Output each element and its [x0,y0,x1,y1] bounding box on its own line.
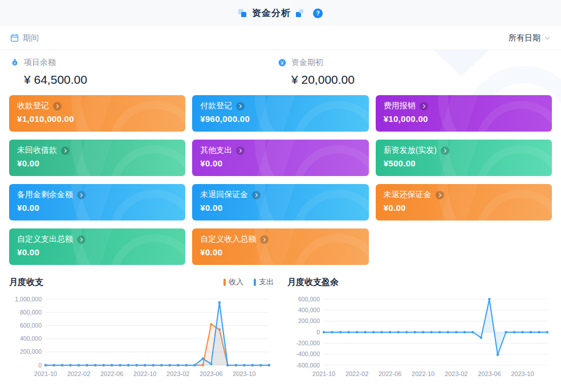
data-point [480,336,482,338]
svg-text:2022-10: 2022-10 [133,370,156,377]
data-point [364,331,366,333]
svg-text:0: 0 [316,329,320,336]
coin-icon [278,58,287,67]
fund-card[interactable]: 薪资发放(实发) ¥500.00 [376,140,552,176]
card-value: ¥500.00 [384,158,544,168]
fund-card[interactable]: 未退回保证金 ¥0.00 [192,184,368,220]
data-point [347,331,349,333]
data-point [243,364,245,366]
fund-card[interactable]: 自定义收入总额 ¥0.00 [192,228,368,265]
data-point [52,364,55,366]
chevron-right-icon [236,102,245,111]
data-point [538,331,540,333]
data-point [397,331,399,333]
data-point [160,364,162,366]
fund-cards-grid: 收款登记 ¥1,010,000.00 付款登记 ¥960,000.00 费用报销… [9,95,552,265]
fund-card[interactable]: 其他支出 ¥0.00 [192,140,368,176]
chevron-right-icon [420,102,428,111]
card-value: ¥0.00 [17,203,177,213]
svg-text:2022-06: 2022-06 [100,370,123,377]
legend-item[interactable]: 收入 [223,277,243,287]
money-bag-icon [10,58,19,67]
data-point [226,364,229,366]
page-title: 资金分析 [252,7,291,19]
data-point [102,364,104,366]
date-filter-value: 所有日期 [509,33,540,43]
data-point [464,331,466,333]
fund-card[interactable]: 自定义支出总额 ¥0.00 [9,228,185,265]
svg-text:-600,000: -600,000 [296,362,320,369]
svg-text:-200,000: -200,000 [296,340,320,346]
svg-text:2023-06: 2023-06 [478,370,501,377]
card-value: ¥0.00 [200,203,360,213]
summary-value: ¥ 64,500.00 [24,73,278,87]
data-point [447,331,449,333]
card-label: 其他支出 [200,145,232,156]
card-label: 收款登记 [17,101,49,111]
fund-card[interactable]: 未返还保证金 ¥0.00 [376,184,552,220]
svg-text:2023-10: 2023-10 [511,370,534,377]
legend-label: 收入 [229,277,243,287]
card-value: ¥960,000.00 [200,114,360,124]
data-point [405,331,408,333]
svg-text:2022-10: 2022-10 [412,370,434,377]
data-point [218,301,221,304]
data-point [505,331,507,333]
data-point [422,331,424,333]
page-header: 资金分析 ? [0,0,561,26]
fund-card[interactable]: 付款登记 ¥960,000.00 [192,95,368,132]
fund-card[interactable]: 未回收借款 ¥0.00 [9,140,185,176]
data-point [372,331,375,333]
data-point [530,331,532,333]
date-filter-dropdown[interactable]: 所有日期 [509,33,551,43]
card-value: ¥10,000.00 [384,114,544,124]
data-point [44,364,47,366]
svg-text:400,000: 400,000 [298,307,320,313]
svg-text:600,000: 600,000 [298,296,320,303]
data-point [414,331,416,333]
legend-marker-icon [254,279,256,286]
chevron-right-icon [236,146,245,155]
svg-text:2022-02: 2022-02 [67,370,90,377]
charts-section: 月度收支 收入支出 0200,000400,000600,000800,0001… [9,275,552,382]
data-point [69,364,71,366]
card-label: 未返还保证金 [384,190,432,200]
legend-item[interactable]: 支出 [254,277,274,287]
svg-text:2023-06: 2023-06 [200,370,222,377]
chevron-right-icon [252,191,261,199]
data-point [488,298,490,300]
card-value: ¥0.00 [17,158,177,168]
data-point [268,364,270,366]
chart-plot: 0200,000400,000600,000800,0001,000,00020… [9,293,274,382]
svg-text:1,000,000: 1,000,000 [15,296,42,303]
data-point [471,331,474,333]
help-icon[interactable]: ? [313,9,323,18]
monthly-income-expense-chart: 月度收支 收入支出 0200,000400,000600,000800,0001… [9,275,274,382]
data-point [94,364,96,366]
monthly-surplus-chart: 月度收支盈余 -600,000-400,000-200,0000200,0004… [287,275,552,382]
data-point [356,331,358,333]
svg-text:200,000: 200,000 [298,317,320,324]
data-point [86,364,88,366]
card-value: ¥0.00 [17,247,177,257]
fund-card[interactable]: 收款登记 ¥1,010,000.00 [9,95,185,132]
summary-value: ¥ 20,000.00 [291,73,545,87]
card-value: ¥0.00 [200,247,360,257]
chevron-right-icon [61,146,70,155]
legend-marker-icon [223,279,226,286]
data-point [210,362,212,365]
data-point [169,364,171,366]
data-point [323,331,325,333]
chevron-right-icon [260,235,269,244]
summary-project-balance: 项目余额 ¥ 64,500.00 [10,58,278,87]
svg-text:0: 0 [38,362,42,369]
data-point [193,364,196,366]
fund-card[interactable]: 费用报销 ¥10,000.00 [376,95,552,132]
data-point [144,364,146,366]
data-point [389,331,391,333]
card-label: 自定义支出总额 [17,234,73,244]
svg-text:-400,000: -400,000 [296,350,320,357]
data-point [438,331,441,333]
fund-card[interactable]: 备用金剩余金额 ¥0.00 [9,184,185,220]
svg-text:2021-10: 2021-10 [312,370,335,377]
